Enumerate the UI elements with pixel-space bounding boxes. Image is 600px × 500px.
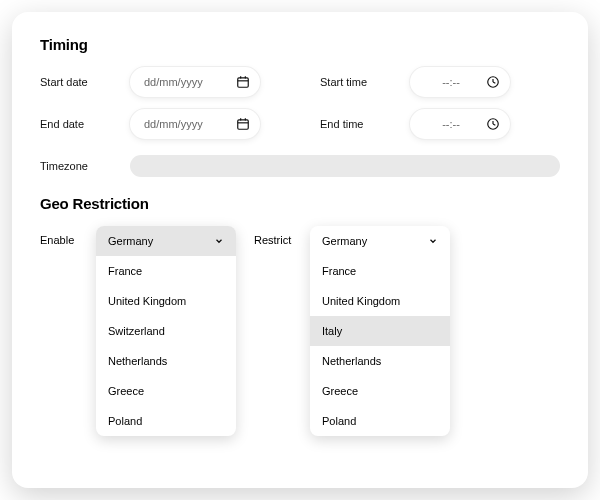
dropdown-option[interactable]: Switzerland: [96, 316, 236, 346]
svg-line-13: [493, 124, 495, 125]
dropdown-option-label: United Kingdom: [322, 295, 400, 307]
end-date-input[interactable]: dd/mm/yyyy: [130, 109, 260, 139]
svg-rect-7: [238, 120, 249, 129]
settings-card: Timing Start date dd/mm/yyyy Start time …: [12, 12, 588, 488]
chevron-down-icon: [428, 236, 438, 246]
timezone-row: Timezone: [40, 155, 560, 177]
dropdown-option[interactable]: Greece: [96, 376, 236, 406]
end-time-label: End time: [320, 118, 410, 130]
restrict-label: Restrict: [254, 226, 298, 246]
dropdown-option-label: France: [322, 265, 356, 277]
start-time-input[interactable]: --:--: [410, 67, 510, 97]
dropdown-option-label: Germany: [322, 235, 367, 247]
start-time-value: --:--: [424, 76, 478, 88]
restrict-dropdown[interactable]: GermanyFranceUnited KingdomItalyNetherla…: [310, 226, 450, 436]
calendar-icon: [236, 75, 250, 89]
dropdown-option-label: Germany: [108, 235, 153, 247]
dropdown-option[interactable]: Italy: [310, 316, 450, 346]
dropdown-option[interactable]: Germany: [96, 226, 236, 256]
dropdown-option[interactable]: Poland: [96, 406, 236, 436]
timing-heading: Timing: [40, 36, 560, 53]
dropdown-option-label: Netherlands: [322, 355, 381, 367]
start-date-label: Start date: [40, 76, 130, 88]
geo-heading: Geo Restriction: [40, 195, 560, 212]
svg-rect-0: [238, 78, 249, 87]
dropdown-option[interactable]: United Kingdom: [96, 286, 236, 316]
start-row: Start date dd/mm/yyyy Start time --:--: [40, 67, 560, 97]
end-row: End date dd/mm/yyyy End time --:--: [40, 109, 560, 139]
dropdown-option-label: Italy: [322, 325, 342, 337]
dropdown-option-label: Poland: [322, 415, 356, 427]
dropdown-option[interactable]: France: [96, 256, 236, 286]
end-date-label: End date: [40, 118, 130, 130]
timezone-label: Timezone: [40, 160, 130, 172]
calendar-icon: [236, 117, 250, 131]
timezone-input[interactable]: [130, 155, 560, 177]
dropdown-option[interactable]: Greece: [310, 376, 450, 406]
end-time-input[interactable]: --:--: [410, 109, 510, 139]
enable-label: Enable: [40, 226, 84, 246]
clock-icon: [486, 117, 500, 131]
dropdown-option[interactable]: Netherlands: [310, 346, 450, 376]
clock-icon: [486, 75, 500, 89]
svg-line-6: [493, 82, 495, 83]
dropdown-option[interactable]: Germany: [310, 226, 450, 256]
dropdown-option-label: France: [108, 265, 142, 277]
dropdown-option-label: Greece: [322, 385, 358, 397]
dropdown-option-label: Greece: [108, 385, 144, 397]
start-date-input[interactable]: dd/mm/yyyy: [130, 67, 260, 97]
end-date-value: dd/mm/yyyy: [144, 118, 228, 130]
chevron-down-icon: [214, 236, 224, 246]
dropdown-option-label: Switzerland: [108, 325, 165, 337]
end-time-value: --:--: [424, 118, 478, 130]
enable-col: Enable GermanyFranceUnited KingdomSwitze…: [40, 226, 236, 436]
dropdown-option[interactable]: United Kingdom: [310, 286, 450, 316]
dropdown-option[interactable]: Netherlands: [96, 346, 236, 376]
enable-dropdown[interactable]: GermanyFranceUnited KingdomSwitzerlandNe…: [96, 226, 236, 436]
dropdown-option-label: Netherlands: [108, 355, 167, 367]
start-date-value: dd/mm/yyyy: [144, 76, 228, 88]
dropdown-option[interactable]: France: [310, 256, 450, 286]
restrict-col: Restrict GermanyFranceUnited KingdomItal…: [254, 226, 450, 436]
start-time-label: Start time: [320, 76, 410, 88]
geo-row: Enable GermanyFranceUnited KingdomSwitze…: [40, 226, 560, 436]
dropdown-option-label: United Kingdom: [108, 295, 186, 307]
dropdown-option[interactable]: Poland: [310, 406, 450, 436]
dropdown-option-label: Poland: [108, 415, 142, 427]
